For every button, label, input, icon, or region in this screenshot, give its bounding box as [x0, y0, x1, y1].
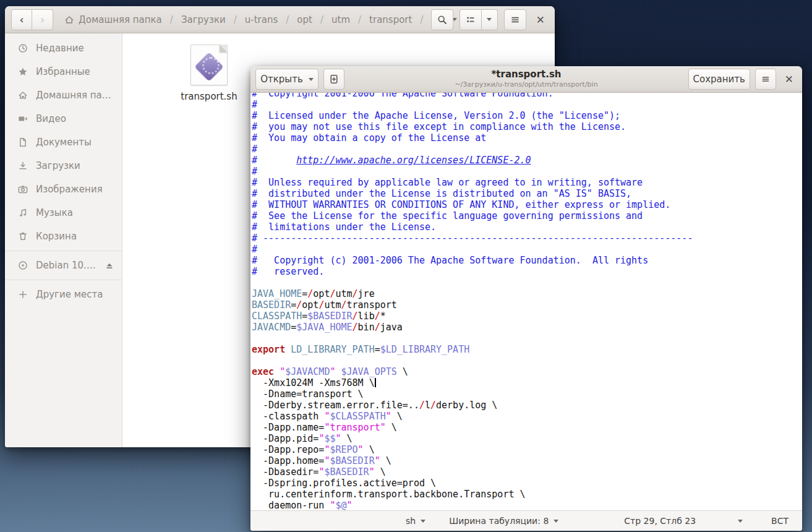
- cursor-position[interactable]: Стр 29, Стлб 23: [624, 516, 696, 526]
- code-line: -Dapp.pid="$$" \: [252, 433, 802, 444]
- search-button[interactable]: [431, 9, 453, 30]
- breadcrumb-label: opt: [297, 14, 312, 25]
- editor-menu-button[interactable]: [755, 69, 776, 90]
- new-document-button[interactable]: [323, 69, 344, 90]
- sidebar-item-star[interactable]: Избранные: [5, 60, 122, 84]
- hamburger-icon: [510, 15, 520, 25]
- breadcrumb-item[interactable]: Домашняя папка: [64, 14, 162, 25]
- sidebar-item-device[interactable]: Debian 10.0.0...: [5, 254, 122, 277]
- text-cursor: [375, 378, 376, 387]
- home-icon: [64, 15, 74, 25]
- sidebar-item-label: Музыка: [36, 207, 114, 218]
- editor-headerbar: Открыть *transport.sh ~/Загрузки/u-trans…: [250, 66, 802, 93]
- window-menu-button[interactable]: [504, 9, 526, 30]
- sidebar-item-camera[interactable]: Изображения: [5, 178, 122, 201]
- sidebar-item-video[interactable]: Видео: [5, 107, 122, 131]
- chevron-down-icon: [553, 520, 558, 523]
- code-line: # See the License for the specific langu…: [252, 210, 802, 221]
- text-area[interactable]: # Copyright 2001-2006 The Apache Softwar…: [250, 93, 802, 510]
- breadcrumb-label: Загрузки: [181, 14, 226, 25]
- breadcrumb-separator: /: [420, 14, 423, 25]
- language-label: sh: [406, 516, 416, 526]
- forward-button[interactable]: ›: [32, 9, 53, 30]
- eject-icon[interactable]: [105, 260, 114, 270]
- code-line: BASEDIR=/opt/utm/transport: [252, 299, 802, 311]
- sidebar-item-trash[interactable]: Корзина: [5, 225, 122, 248]
- language-selector[interactable]: sh: [406, 516, 425, 526]
- breadcrumb-label: transport: [369, 14, 412, 25]
- code-line: [252, 333, 802, 344]
- open-button-label: Открыть: [260, 74, 303, 85]
- back-button[interactable]: ‹: [11, 9, 32, 30]
- code-line: -Dbasedir="$BASEDIR" \: [252, 466, 802, 478]
- close-button[interactable]: ✕: [532, 14, 549, 26]
- save-button[interactable]: Сохранить: [688, 69, 750, 90]
- breadcrumb-separator: /: [170, 14, 173, 25]
- search-icon: [437, 15, 447, 25]
- code-area: # Copyright 2001-2006 The Apache Softwar…: [252, 93, 802, 510]
- sidebar-item-label: Загрузки: [36, 160, 114, 171]
- sidebar-item-label: Документы: [36, 137, 114, 148]
- code-line: -Dapp.repo="$REPO" \: [252, 444, 802, 455]
- code-line: -classpath "$CLASSPATH" \: [252, 411, 802, 422]
- sidebar-item-clock[interactable]: Недавние: [5, 36, 122, 60]
- chevron-down-icon[interactable]: [738, 520, 743, 523]
- sidebar-item-home[interactable]: Домашняя папка: [5, 84, 122, 107]
- code-line: # Copyright 2001-2006 The Apache Softwar…: [252, 93, 802, 99]
- sidebar-item-label: Изображения: [36, 184, 114, 195]
- code-line: -Dapp.name="transport" \: [252, 422, 802, 433]
- editor-statusbar: sh Ширина табуляции: 8 Стр 29, Стлб 23 В…: [250, 510, 802, 531]
- breadcrumb-item[interactable]: Загрузки: [181, 14, 226, 25]
- breadcrumb-label: u-trans: [245, 14, 278, 25]
- file-item[interactable]: transport.sh: [163, 45, 255, 102]
- document-path: ~/Загрузки/u-trans/opt/utm/transport/bin: [455, 80, 597, 89]
- music-icon: [18, 208, 28, 218]
- document-icon: [18, 137, 28, 147]
- tab-width-selector[interactable]: Ширина табуляции: 8: [449, 516, 558, 526]
- code-line: exec "$JAVACMD" $JAVA_OPTS \: [252, 366, 802, 377]
- sidebar-item-label: Домашняя папка: [36, 90, 114, 101]
- sidebar-item-music[interactable]: Музыка: [5, 201, 122, 225]
- insert-mode-indicator[interactable]: ВСТ: [771, 516, 788, 526]
- code-line: # distributed under the License is distr…: [252, 188, 802, 199]
- editor-window: Открыть *transport.sh ~/Загрузки/u-trans…: [250, 66, 802, 531]
- sidebar-item-download[interactable]: Загрузки: [5, 154, 122, 178]
- chevron-right-icon: ›: [40, 14, 45, 25]
- breadcrumb-item[interactable]: opt: [297, 14, 312, 25]
- chevron-down-icon: [309, 78, 314, 81]
- breadcrumb-label: utm: [331, 14, 350, 25]
- clock-icon: [18, 43, 28, 53]
- code-line: -Xmx1024M -Xms768M \: [252, 377, 802, 388]
- view-buttons: [459, 9, 498, 30]
- sidebar-item-document[interactable]: Документы: [5, 131, 122, 154]
- sidebar-item-label: Другие места: [36, 289, 114, 300]
- cursor-position-label: Стр 29, Стлб 23: [624, 516, 696, 526]
- view-list-button[interactable]: [459, 9, 482, 30]
- code-line: JAVACMD=$JAVA_HOME/bin/java: [252, 322, 802, 333]
- code-line: -Dname=transport \: [252, 388, 802, 400]
- new-document-icon: [329, 74, 339, 84]
- code-line: # http://www.apache.org/licenses/LICENSE…: [252, 155, 802, 166]
- code-line: # reserved.: [252, 266, 802, 277]
- tab-width-label: Ширина табуляции: 8: [449, 516, 549, 526]
- document-title: *transport.sh: [455, 69, 597, 80]
- breadcrumb-separator: /: [320, 14, 323, 25]
- code-line: #: [252, 99, 802, 110]
- code-line: -Dderby.stream.error.file=../l/derby.log…: [252, 400, 802, 411]
- code-line: daemon-run "$@": [252, 500, 802, 510]
- open-button[interactable]: Открыть: [255, 69, 318, 90]
- insert-mode-label: ВСТ: [771, 516, 788, 526]
- code-line: #: [252, 144, 802, 155]
- file-name: transport.sh: [163, 91, 255, 102]
- code-line: # You may obtain a copy of the License a…: [252, 132, 802, 144]
- sidebar-item-other-places[interactable]: Другие места: [5, 283, 122, 306]
- star-icon: [18, 67, 28, 77]
- close-button[interactable]: ✕: [781, 73, 797, 85]
- view-options-button[interactable]: [482, 9, 498, 30]
- breadcrumb-item[interactable]: utm: [331, 14, 350, 25]
- sidebar: НедавниеИзбранныеДомашняя папкаВидеоДоку…: [5, 33, 122, 447]
- breadcrumb-item[interactable]: u-trans: [245, 14, 278, 25]
- breadcrumb-item[interactable]: transport: [369, 14, 412, 25]
- home-icon: [18, 90, 28, 100]
- sidebar-item-label: Избранные: [36, 66, 114, 77]
